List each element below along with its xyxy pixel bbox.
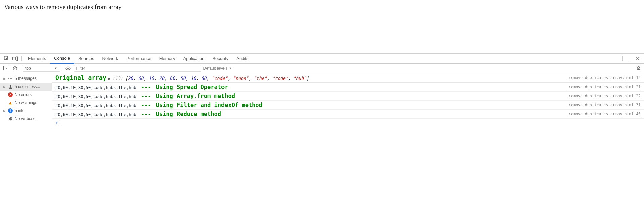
tab-sources[interactable]: Sources [74,54,98,64]
warning-icon: ▲ [8,100,13,105]
svg-rect-2 [16,57,17,61]
sidebar-item-label: No errors [15,92,32,97]
source-link[interactable]: remove-duplicates-array.html:12 [568,75,641,80]
dropdown-icon: ▼ [54,67,57,70]
sidebar-item-label: 5 user mess... [15,84,40,89]
method-label: Using Reduce method [156,111,221,117]
result-values: 20,60,10,80,50,code,hubs,the,hub [55,94,136,99]
tab-network[interactable]: Network [98,54,122,64]
array-length: (13) [112,76,123,81]
svg-rect-1 [12,57,15,60]
console-message: 20,60,10,80,50,code,hubs,the,hub --- Usi… [52,101,644,110]
source-link[interactable]: remove-duplicates-array.html:31 [568,103,641,107]
console-message: 20,60,10,80,50,code,hubs,the,hub --- Usi… [52,110,644,119]
sidebar-item-list[interactable]: ▶5 messages [0,74,52,83]
console-message: 20,60,10,80,50,code,hubs,the,hub --- Usi… [52,92,644,101]
svg-line-6 [14,67,16,70]
separator-dashes: --- [141,84,151,90]
tab-audits[interactable]: Audits [232,54,252,64]
list-icon [8,76,13,81]
separator-dashes: --- [141,102,151,108]
console-message: Original array ▶ (13) [20, 60, 10, 20, 8… [52,73,644,83]
method-label: Using Spread Operator [156,84,228,90]
method-label: Using Array.from method [156,93,235,99]
live-expression-icon[interactable] [64,65,72,72]
separator-dashes: --- [141,111,151,117]
cursor [60,120,60,125]
expand-icon: ▶ [3,85,6,89]
page-content: Various ways to remove duplicates from a… [0,0,644,53]
message-content: 20,60,10,80,50,code,hubs,the,hub --- Usi… [55,111,221,117]
levels-label: Default levels [203,66,228,71]
devtools-menu-icon[interactable]: ⋮ [625,54,633,63]
tab-console[interactable]: Console [50,54,74,64]
svg-point-15 [10,85,11,87]
result-values: 20,60,10,80,50,code,hubs,the,hub [55,85,136,90]
source-link[interactable]: remove-duplicates-array.html:21 [568,85,641,89]
console-filterbar: top ▼ Default levels ▼ ⚙ [0,64,644,73]
message-label: Original array [55,74,106,81]
console-message: 20,60,10,80,50,code,hubs,the,hub --- Usi… [52,83,644,92]
user-icon [8,84,13,89]
result-values: 20,60,10,80,50,code,hubs,the,hub [55,112,136,117]
sidebar-item-user[interactable]: ▶5 user mess... [0,83,52,91]
error-icon: ✕ [8,92,13,97]
expand-object-icon[interactable]: ▶ [108,76,111,81]
log-levels-selector[interactable]: Default levels ▼ [203,66,232,71]
source-link[interactable]: remove-duplicates-array.html:22 [568,94,641,98]
source-link[interactable]: remove-duplicates-array.html:40 [568,112,641,116]
tab-elements[interactable]: Elements [24,54,50,64]
toggle-sidebar-icon[interactable] [2,65,9,72]
console-body: ▶5 messages▶5 user mess...✕No errors▲No … [0,73,644,126]
sidebar-item-label: No warnings [15,100,37,105]
sidebar-item-error[interactable]: ✕No errors [0,91,52,99]
separator [21,56,22,61]
message-content: 20,60,10,80,50,code,hubs,the,hub --- Usi… [55,93,235,99]
separator-dashes: --- [141,93,151,99]
sidebar-item-info[interactable]: ▶i5 info [0,107,52,115]
device-toolbar-icon[interactable] [11,54,19,63]
console-messages: Original array ▶ (13) [20, 60, 10, 20, 8… [52,73,644,126]
debug-icon: ✱ [8,116,13,121]
tab-memory[interactable]: Memory [155,54,179,64]
devtools-tabbar: ElementsConsoleSourcesNetworkPerformance… [0,54,644,64]
devtools-panel: ElementsConsoleSourcesNetworkPerformance… [0,53,644,126]
svg-rect-3 [3,66,8,70]
array-preview[interactable]: [20, 60, 10, 20, 80, 50, 10, 80, "code",… [125,76,309,81]
tab-performance[interactable]: Performance [122,54,155,64]
sidebar-item-label: No verbose [15,116,35,121]
console-settings-icon[interactable]: ⚙ [635,65,642,72]
info-icon: i [8,108,13,113]
message-content: Original array ▶ (13) [20, 60, 10, 20, 8… [55,74,309,81]
expand-icon: ▶ [3,109,6,113]
separator [622,56,623,61]
sidebar-item-warning[interactable]: ▲No warnings [0,99,52,107]
console-prompt[interactable]: › [52,119,644,126]
dropdown-icon: ▼ [229,67,232,70]
prompt-caret-icon: › [55,120,58,125]
sidebar-item-label: 5 info [15,108,24,113]
context-selector[interactable]: top ▼ [23,65,60,72]
clear-console-icon[interactable] [11,65,19,72]
method-label: Using Filter and indexOf method [156,102,262,108]
message-content: 20,60,10,80,50,code,hubs,the,hub --- Usi… [55,102,262,108]
inspect-element-icon[interactable] [2,54,11,63]
close-devtools-icon[interactable]: ✕ [633,54,642,63]
message-content: 20,60,10,80,50,code,hubs,the,hub --- Usi… [55,84,228,90]
context-label: top [25,66,31,71]
tab-security[interactable]: Security [208,54,232,64]
console-sidebar: ▶5 messages▶5 user mess...✕No errors▲No … [0,73,52,126]
result-values: 20,60,10,80,50,code,hubs,the,hub [55,103,136,108]
filter-input[interactable] [74,65,201,72]
sidebar-item-label: 5 messages [15,76,37,81]
expand-icon: ▶ [3,77,6,81]
svg-point-8 [67,68,69,69]
sidebar-item-debug[interactable]: ✱No verbose [0,115,52,123]
tabs-container: ElementsConsoleSourcesNetworkPerformance… [24,54,252,64]
tab-application[interactable]: Application [179,54,209,64]
page-title: Various ways to remove duplicates from a… [4,3,640,11]
